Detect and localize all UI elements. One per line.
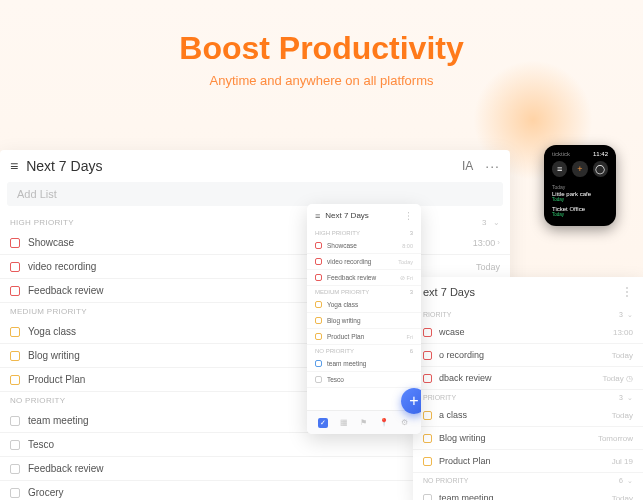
page-title: Next 7 Days <box>325 211 398 220</box>
task-date: 8:00 <box>402 243 413 249</box>
mobile-panel: ≡ Next 7 Days ⋯ HIGH PRIORITY3Showcase8:… <box>307 204 421 434</box>
watch-item-sub: Today <box>552 197 608 202</box>
add-list-input[interactable]: Add List <box>7 182 503 206</box>
section-header[interactable]: RIORITY3⌄ <box>413 307 643 321</box>
task-row[interactable]: wcase13:00 <box>413 321 643 344</box>
checkbox[interactable] <box>10 286 20 296</box>
watch-complete-button[interactable]: ◯ <box>593 161 608 177</box>
checkbox[interactable] <box>10 488 20 498</box>
task-name: video recording <box>327 258 398 265</box>
watch-item[interactable]: Ticket OfficeToday <box>544 205 616 220</box>
task-name: Blog writing <box>439 433 598 443</box>
checkbox[interactable] <box>315 274 322 281</box>
task-name: dback review <box>439 373 602 383</box>
task-row[interactable]: Product PlanFri <box>307 329 421 345</box>
checkbox[interactable] <box>10 238 20 248</box>
checkbox[interactable] <box>423 457 432 466</box>
mobile-header: ≡ Next 7 Days ⋯ <box>307 204 421 227</box>
watch-add-button[interactable]: + <box>572 161 587 177</box>
checkbox[interactable] <box>423 351 432 360</box>
task-row[interactable]: a classToday <box>413 404 643 427</box>
more-icon[interactable]: ··· <box>485 158 500 174</box>
task-date: 13:00 <box>473 238 496 248</box>
task-row[interactable]: Showcase8:00 <box>307 238 421 254</box>
task-name: a class <box>439 410 612 420</box>
gear-icon[interactable]: ⚙ <box>400 418 410 428</box>
task-row[interactable]: Blog writingTomorrow <box>413 427 643 450</box>
checkbox[interactable] <box>315 333 322 340</box>
task-date: Today <box>612 351 633 360</box>
checkbox[interactable] <box>10 464 20 474</box>
watch-item[interactable]: Little park cafeToday <box>544 190 616 205</box>
add-button[interactable]: + <box>401 388 421 414</box>
chevron-right-icon: › <box>497 238 500 247</box>
calendar-icon[interactable]: ▦ <box>339 418 349 428</box>
task-date: Today <box>398 259 413 265</box>
task-row[interactable]: dback reviewToday ◷ <box>413 367 643 390</box>
checkbox[interactable] <box>10 327 20 337</box>
chevron-down-icon: ⌄ <box>493 218 500 227</box>
tablet-panel: ext 7 Days ⋯ RIORITY3⌄wcase13:00o record… <box>413 277 643 500</box>
section-name: MEDIUM PRIORITY <box>315 289 410 295</box>
task-name: o recording <box>439 350 612 360</box>
section-count: 3 <box>482 218 487 227</box>
section-count: 3 <box>410 289 413 295</box>
task-date: Today <box>612 494 633 501</box>
tablet-header: ext 7 Days ⋯ <box>413 277 643 307</box>
task-row[interactable]: Yoga class <box>307 297 421 313</box>
task-row[interactable]: Blog writing <box>307 313 421 329</box>
flag-icon[interactable]: ⚑ <box>359 418 369 428</box>
more-icon[interactable]: ⋯ <box>620 286 634 298</box>
checkbox[interactable] <box>315 258 322 265</box>
section-header[interactable]: NO PRIORITY6⌄ <box>413 473 643 487</box>
sort-indicator[interactable]: IA <box>462 159 473 173</box>
menu-icon[interactable]: ≡ <box>315 211 320 221</box>
checkbox[interactable] <box>10 440 20 450</box>
chevron-down-icon: ⌄ <box>627 311 633 319</box>
page-title: ext 7 Days <box>423 286 621 298</box>
page-title: Next 7 Days <box>26 158 454 174</box>
section-header[interactable]: PRIORITY3⌄ <box>413 390 643 404</box>
section-name: PRIORITY <box>423 394 619 402</box>
task-row[interactable]: video recordingToday <box>307 254 421 270</box>
task-date: Tomorrow <box>598 434 633 443</box>
section-count: 3 <box>619 394 623 402</box>
checkbox[interactable] <box>423 411 432 420</box>
section-header[interactable]: HIGH PRIORITY3⌄ <box>0 214 510 231</box>
task-row[interactable]: o recordingToday <box>413 344 643 367</box>
task-row[interactable]: Showcase13:00› <box>0 231 510 255</box>
more-icon[interactable]: ⋯ <box>403 211 414 221</box>
checkbox[interactable] <box>423 328 432 337</box>
checkbox[interactable] <box>315 317 322 324</box>
checkbox[interactable] <box>423 494 432 501</box>
checkbox[interactable] <box>315 301 322 308</box>
task-row[interactable]: video recordingToday <box>0 255 510 279</box>
checkbox[interactable] <box>423 374 432 383</box>
mobile-toolbar: ✓ ▦ ⚑ 📍 ⚙ <box>307 410 421 434</box>
select-icon[interactable]: ✓ <box>318 418 328 428</box>
task-name: Blog writing <box>327 317 413 324</box>
task-row[interactable]: Tesco <box>307 372 421 388</box>
checkbox[interactable] <box>10 262 20 272</box>
task-name: Feedback review <box>327 274 400 281</box>
menu-icon[interactable]: ≡ <box>10 158 18 174</box>
checkbox[interactable] <box>315 242 322 249</box>
checkbox[interactable] <box>10 351 20 361</box>
task-row[interactable]: Product PlanJul 19 <box>413 450 643 473</box>
checkbox[interactable] <box>423 434 432 443</box>
task-row[interactable]: Feedback review⊘ Fri <box>307 270 421 286</box>
checkbox[interactable] <box>315 376 322 383</box>
task-name: Product Plan <box>439 456 612 466</box>
task-row[interactable]: team meeting <box>307 356 421 372</box>
section-header[interactable]: HIGH PRIORITY3 <box>307 227 421 238</box>
watch-menu-button[interactable]: ≡ <box>552 161 567 177</box>
checkbox[interactable] <box>315 360 322 367</box>
checkbox[interactable] <box>10 416 20 426</box>
task-name: team meeting <box>439 493 612 500</box>
section-header[interactable]: NO PRIORITY6 <box>307 345 421 356</box>
task-row[interactable]: team meetingToday <box>413 487 643 500</box>
watch-time: 11:42 <box>593 151 608 157</box>
pin-icon[interactable]: 📍 <box>379 418 389 428</box>
checkbox[interactable] <box>10 375 20 385</box>
section-header[interactable]: MEDIUM PRIORITY3 <box>307 286 421 297</box>
